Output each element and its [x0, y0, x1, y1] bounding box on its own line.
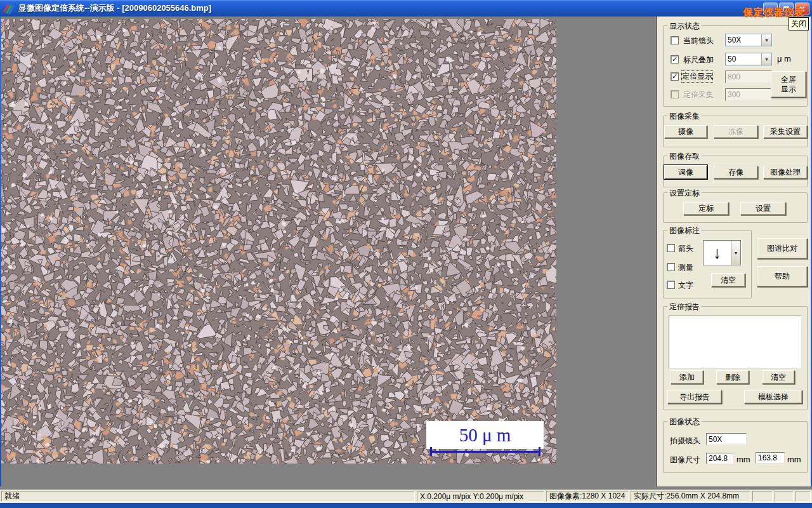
annotation-title: 图像标注 — [667, 225, 702, 236]
statusbar: 就绪 X:0.200μ m/pix Y:0.200μ m/pix 图像像素:12… — [0, 490, 812, 503]
ruler-value-combo[interactable]: 50 ▼ — [725, 53, 772, 65]
report-delete-button[interactable]: 删除 — [716, 370, 749, 384]
freeze-button: 冻像 — [714, 125, 758, 138]
help-button[interactable]: 帮助 — [757, 266, 808, 287]
close-tooltip: 关闭 — [789, 17, 809, 30]
status-actual-size: 实际尺寸:256.0mm X 204.8mm — [631, 491, 750, 502]
current-lens-label: 当前镜头 — [683, 36, 714, 46]
report-add-button[interactable]: 添加 — [671, 370, 704, 384]
ruler-overlay-label: 标尺叠加 — [683, 55, 714, 65]
display-status-title: 显示状态 — [667, 21, 702, 32]
status-ready: 就绪 — [1, 491, 415, 502]
height-unit-label: mm — [787, 455, 801, 464]
fixed-display-label: 定倍显示 — [682, 71, 712, 82]
width-unit-label: mm — [737, 455, 750, 464]
save-image-button[interactable]: 存像 — [714, 166, 758, 179]
text-checkbox[interactable] — [667, 281, 675, 289]
image-status-title: 图像状态 — [667, 417, 702, 427]
ruler-value: 50 — [726, 53, 761, 65]
calibration-title: 设置定标 — [667, 188, 702, 199]
report-title: 定倍报告 — [667, 302, 702, 312]
control-panel: 显示状态 当前镜头 50X ▼ ✓ 标尺叠加 50 ▼ μ m ✓ 定倍显示 定… — [657, 17, 811, 486]
fixed-capture-checkbox — [671, 90, 679, 98]
scalebar-label: 50 μ m — [459, 425, 511, 446]
app-icon — [3, 3, 15, 14]
template-select-button[interactable]: 模板选择 — [744, 390, 802, 404]
chevron-down-icon[interactable]: ▼ — [761, 53, 771, 65]
microscope-image[interactable] — [1, 19, 556, 464]
arrow-checkbox[interactable] — [667, 244, 675, 252]
scalebar-tick-left — [430, 447, 432, 456]
fixed-capture-field — [725, 88, 772, 101]
image-viewport: 50 μ m — [1, 17, 657, 486]
chevron-down-icon[interactable]: ▼ — [731, 241, 740, 265]
fixed-display-checkbox[interactable]: ✓ — [671, 72, 679, 81]
image-height-field[interactable] — [756, 452, 785, 464]
window-title: 显微图像定倍系统--演示版 - [20090602055646.bmp] — [18, 3, 211, 14]
scalebar-tick-right — [539, 447, 540, 456]
export-report-button[interactable]: 导出报告 — [667, 390, 722, 404]
fullscreen-button[interactable]: 全屏显示 — [771, 71, 806, 98]
status-empty-1 — [752, 491, 773, 502]
capture-lens-field[interactable] — [706, 433, 747, 445]
image-process-button[interactable]: 图像处理 — [763, 166, 808, 179]
capture-lens-label: 拍摄镜头 — [670, 436, 700, 446]
scalebar-line — [431, 451, 540, 453]
status-empty-2 — [775, 491, 794, 502]
status-empty-3 — [796, 491, 811, 502]
fixed-capture-label: 定倍采集 — [683, 90, 714, 100]
ruler-overlay-checkbox[interactable]: ✓ — [671, 55, 679, 64]
arrow-label: 箭头 — [678, 243, 693, 254]
scalebar-box: 50 μ m — [426, 421, 544, 449]
load-image-button[interactable]: 调像 — [664, 165, 707, 179]
acquisition-title: 图像采集 — [667, 111, 702, 122]
current-lens-value: 50X — [726, 34, 761, 46]
application-window: { "icons": { "check": "✓", "combo_arrow"… — [0, 0, 812, 508]
chevron-down-icon[interactable]: ▼ — [761, 34, 771, 46]
image-size-label: 图像尺寸 — [670, 455, 700, 465]
ruler-unit-label: μ m — [777, 54, 791, 64]
acquisition-settings-button[interactable]: 采集设置 — [763, 125, 808, 138]
current-lens-checkbox[interactable] — [671, 36, 679, 44]
annotation-clear-button[interactable]: 清空 — [711, 273, 745, 287]
report-listbox[interactable] — [669, 316, 802, 369]
atlas-compare-button[interactable]: 图谱比对 — [757, 238, 808, 259]
text-label: 文字 — [678, 280, 693, 291]
measure-label: 测量 — [678, 262, 693, 273]
image-width-field[interactable] — [706, 453, 734, 464]
measure-checkbox[interactable] — [667, 263, 675, 271]
fixed-display-field — [725, 70, 772, 83]
storage-title: 图像存取 — [667, 151, 702, 162]
calibration-settings-button[interactable]: 设置 — [740, 202, 786, 215]
status-image-pixels: 图像像素:1280 X 1024 — [546, 491, 629, 502]
calibrate-button[interactable]: 定标 — [683, 202, 729, 215]
down-arrow-icon: ↓ — [704, 241, 731, 265]
report-clear-button[interactable]: 清空 — [762, 370, 795, 384]
capture-button[interactable]: 摄像 — [664, 125, 707, 138]
arrow-style-combo[interactable]: ↓ ▼ — [703, 240, 741, 265]
current-lens-combo[interactable]: 50X ▼ — [725, 34, 772, 46]
status-pixel-scale: X:0.200μ m/pix Y:0.200μ m/pix — [417, 491, 544, 502]
titlebar: 显微图像定倍系统--演示版 - [20090602055646.bmp] × — [0, 0, 812, 17]
